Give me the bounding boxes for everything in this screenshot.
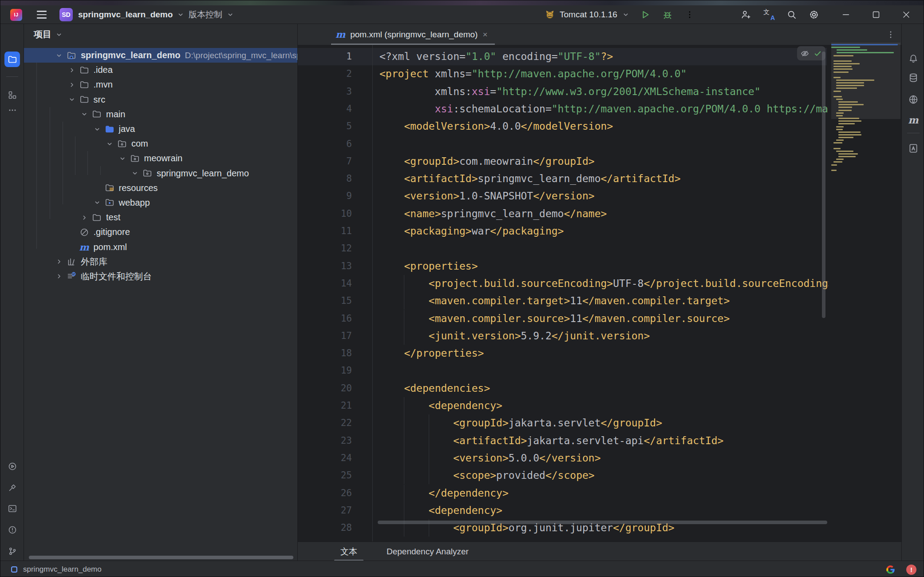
chevron-right-icon[interactable] <box>67 65 77 75</box>
code-line-7[interactable]: 7 <groupId>com.meowrain</groupId> <box>298 153 829 170</box>
project-switcher[interactable]: springmvc_learn_demo <box>78 5 185 24</box>
code-line-19[interactable]: 19 <box>298 362 829 379</box>
code-line-14[interactable]: 14 <project.build.sourceEncoding>UTF-8</… <box>298 275 829 292</box>
more-actions-button[interactable] <box>681 5 698 24</box>
inspections-widget[interactable] <box>797 46 825 60</box>
chevron-down-icon[interactable] <box>105 139 115 149</box>
main-menu-button[interactable] <box>37 5 47 24</box>
tree-row-main[interactable]: main <box>24 107 297 122</box>
run-configuration-selector[interactable]: Tomcat 10.1.16 <box>545 5 630 24</box>
code-line-25[interactable]: 25 <scope>provided</scope> <box>298 467 829 484</box>
tree-row-.mvn[interactable]: .mvn <box>24 77 297 92</box>
status-project-widget[interactable]: springmvc_learn_demo <box>10 561 102 577</box>
build-hammer-icon[interactable] <box>4 480 20 495</box>
tree-row-.idea[interactable]: .idea <box>24 63 297 77</box>
google-translate-engine-icon[interactable] <box>885 565 896 575</box>
globe-icon[interactable] <box>908 94 919 105</box>
chevron-down-icon[interactable] <box>92 124 102 134</box>
code-line-10[interactable]: 10 <name>springmvc_learn_demo</name> <box>298 205 829 223</box>
code-line-24[interactable]: 24 <version>5.0.0</version> <box>298 450 829 467</box>
code-line-20[interactable]: 20 <dependencies> <box>298 380 829 397</box>
run-button[interactable] <box>637 5 654 24</box>
settings-button[interactable] <box>806 5 822 24</box>
chevron-down-icon[interactable] <box>79 109 89 119</box>
code-editor[interactable]: 1<?xml version="1.0" encoding="UTF-8"?>2… <box>298 45 901 541</box>
window-close-button[interactable] <box>896 5 916 24</box>
search-everywhere-button[interactable] <box>783 5 800 24</box>
tab-close-icon[interactable]: × <box>482 30 487 40</box>
code-line-17[interactable]: 17 <junit.version>5.9.2</junit.version> <box>298 327 829 345</box>
chevron-down-icon[interactable] <box>118 154 127 163</box>
code-line-23[interactable]: 23 <artifactId>jakarta.servlet-api</arti… <box>298 432 829 450</box>
tree-row-springmvc_learn_demo[interactable]: springmvc_learn_demo <box>24 166 297 181</box>
chevron-down-icon[interactable] <box>67 95 77 104</box>
editor-minimap[interactable] <box>831 43 900 185</box>
chevron-down-icon[interactable] <box>54 51 64 60</box>
structure-icon[interactable] <box>4 87 20 103</box>
code-line-13[interactable]: 13 <properties> <box>298 258 829 275</box>
notification-badge[interactable]: ! <box>906 565 916 575</box>
terminal-icon[interactable] <box>4 501 20 516</box>
folder-icon[interactable] <box>4 52 20 67</box>
code-line-5[interactable]: 5 <modelVersion>4.0.0</modelVersion> <box>298 118 829 135</box>
code-line-11[interactable]: 11 <packaging>war</packaging> <box>298 223 829 240</box>
tree-row-[interactable]: 临时文件和控制台 <box>24 269 297 284</box>
tree-row-webapp[interactable]: webapp <box>24 195 297 210</box>
code-line-12[interactable]: 12 <box>298 240 829 257</box>
chevron-right-icon[interactable] <box>54 257 64 267</box>
services-play-icon[interactable] <box>4 458 20 474</box>
tree-row-test[interactable]: test <box>24 210 297 225</box>
bottom-tab-dependency-analyzer[interactable]: Dependency Analyzer <box>387 542 469 561</box>
project-view-selector[interactable]: 项目 <box>34 24 63 45</box>
project-tree-hscrollbar[interactable] <box>29 556 293 559</box>
code-line-15[interactable]: 15 <maven.compiler.target>11</maven.comp… <box>298 292 829 310</box>
vcs-widget[interactable]: 版本控制 <box>189 5 234 24</box>
editor-vscrollbar[interactable] <box>822 52 825 318</box>
chevron-right-icon[interactable] <box>54 271 64 281</box>
git-branch-icon[interactable] <box>4 543 20 559</box>
code-line-4[interactable]: 4 xsi:schemaLocation="http://maven.apach… <box>298 100 829 118</box>
more-horizontal-icon[interactable] <box>4 102 20 118</box>
tree-row-.gitignore[interactable]: .gitignore <box>24 225 297 239</box>
code-line-27[interactable]: 27 <dependency> <box>298 502 829 519</box>
chevron-right-icon[interactable] <box>79 213 89 223</box>
code-line-8[interactable]: 8 <artifactId>springmvc_learn_demo</arti… <box>298 170 829 187</box>
editor-hscrollbar[interactable] <box>378 521 827 524</box>
tree-row-java[interactable]: java <box>24 122 297 136</box>
tree-row-src[interactable]: src <box>24 92 297 107</box>
project-avatar[interactable]: SD <box>59 5 73 24</box>
code-line-22[interactable]: 22 <groupId>jakarta.servlet</groupId> <box>298 414 829 432</box>
code-line-26[interactable]: 26 </dependency> <box>298 485 829 502</box>
code-line-2[interactable]: 2<project xmlns="http://maven.apache.org… <box>298 65 829 83</box>
window-maximize-button[interactable] <box>866 5 886 24</box>
app-logo-icon[interactable]: IJ <box>10 5 22 24</box>
code-line-1[interactable]: 1<?xml version="1.0" encoding="UTF-8"?> <box>298 48 829 65</box>
debug-button[interactable] <box>659 5 676 24</box>
tree-row-[interactable]: 外部库 <box>24 255 297 269</box>
chevron-right-icon[interactable] <box>67 80 77 90</box>
database-icon[interactable] <box>908 72 919 84</box>
code-line-3[interactable]: 3 xmlns:xsi="http://www.w3.org/2001/XMLS… <box>298 83 829 100</box>
tree-row-meowrain[interactable]: meowrain <box>24 151 297 166</box>
tree-row-resources[interactable]: resources <box>24 181 297 195</box>
window-minimize-button[interactable] <box>836 5 856 24</box>
bell-icon[interactable] <box>908 53 919 64</box>
code-with-me-button[interactable] <box>737 5 754 24</box>
dictionary-book-icon[interactable] <box>908 143 919 154</box>
translate-button[interactable]: 文A <box>760 5 777 24</box>
chevron-down-icon[interactable] <box>130 168 140 178</box>
tree-row-springmvc_learn_demo[interactable]: springmvc_learn_demoD:\project\spring_mv… <box>24 48 297 63</box>
editor-tab-pom-xml[interactable]: m pom.xml (springmvc_learn_demo) × <box>331 24 495 45</box>
chevron-down-icon[interactable] <box>92 198 102 207</box>
tree-row-com[interactable]: com <box>24 136 297 151</box>
code-line-16[interactable]: 16 <maven.compiler.source>11</maven.comp… <box>298 310 829 327</box>
editor-options-button[interactable] <box>885 24 897 45</box>
problems-icon[interactable] <box>4 522 20 537</box>
code-line-18[interactable]: 18 </properties> <box>298 345 829 362</box>
code-line-6[interactable]: 6 <box>298 135 829 153</box>
maven-m-icon[interactable]: m <box>908 114 919 126</box>
code-line-9[interactable]: 9 <version>1.0-SNAPSHOT</version> <box>298 187 829 205</box>
bottom-tab-text[interactable]: 文本 <box>340 542 357 561</box>
code-line-21[interactable]: 21 <dependency> <box>298 397 829 414</box>
tree-row-pom.xml[interactable]: mpom.xml <box>24 239 297 254</box>
